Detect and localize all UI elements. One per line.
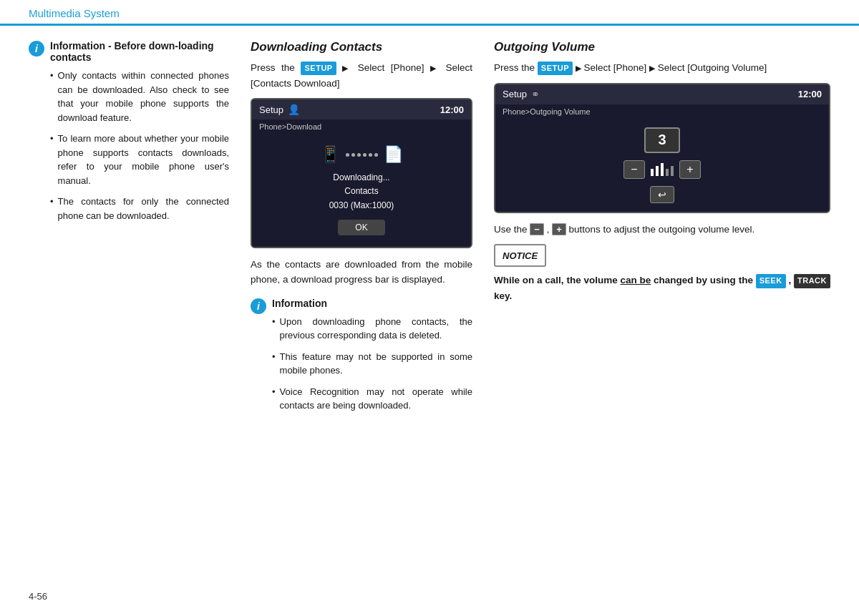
outgoing-volume-heading: Outgoing Volume (494, 40, 830, 54)
track-key-badge: TRACK (794, 274, 830, 288)
press-text2: Press the (494, 62, 535, 73)
key-text: ▶ (342, 62, 351, 73)
download-screen: Setup 👤 12:00 Phone>Download 📱 📄 Downloa… (251, 98, 472, 248)
notice-box: NOTICE (494, 244, 546, 267)
screen-time: 12:00 (440, 104, 464, 115)
select-phone: Select [Phone] (358, 62, 424, 73)
middle-column: Downloading Contacts Press the SETUP ▶ S… (251, 40, 472, 426)
page-header: Multimedia System (0, 0, 859, 26)
volume-bar (651, 163, 674, 176)
notice-text: While on a call, the volume can be chang… (494, 273, 830, 303)
screen-header: Setup 👤 12:00 (252, 99, 471, 119)
phone-icon: 📱 (321, 145, 340, 164)
info2-icon: i (251, 298, 266, 314)
use-description: Use the − , + buttons to adjust the outg… (494, 222, 830, 238)
back-button[interactable]: ↩ (650, 186, 674, 203)
person-icon: 👤 (288, 104, 300, 115)
page-number: 4-56 (29, 591, 47, 602)
info2-title: Information (272, 298, 327, 309)
plus-inline-badge: + (552, 223, 566, 235)
bluetooth-icon: ⚭ (531, 89, 540, 100)
notice-label: NOTICE (503, 250, 538, 261)
downloading-contacts-heading: Downloading Contacts (251, 40, 472, 54)
setup-key-badge: SETUP (301, 62, 336, 76)
volume-controls: − + (503, 160, 822, 179)
screen-subtitle: Phone>Download (252, 119, 471, 134)
ok-button[interactable]: OK (338, 220, 384, 235)
select-outgoing: Select [Outgoing Volume] (658, 62, 767, 73)
screen-time2: 12:00 (798, 89, 822, 99)
screen-body: 📱 📄 Downloading... Contacts 0030 (Max:10… (252, 134, 471, 247)
main-content: i Information - Before down-loading cont… (0, 26, 859, 440)
list-item: The contacts for only the connected phon… (50, 195, 229, 223)
plus-button[interactable]: + (679, 160, 701, 179)
volume-screen-body: 3 − + ↩ (495, 119, 829, 212)
screen-header2: Setup ⚭ 12:00 (495, 84, 829, 104)
screen-subtitle2: Phone>Outgoing Volume (495, 104, 829, 119)
setup-key-badge2: SETUP (538, 62, 573, 76)
list-item: Only contacts within connected phones ca… (50, 69, 229, 124)
key-text2: ▶ (576, 62, 581, 73)
press-text: Press the (251, 62, 295, 73)
dots-icon (346, 153, 378, 157)
download-instruction: Press the SETUP ▶ Select [Phone] ▶ Selec… (251, 60, 472, 91)
notice-section: NOTICE While on a call, the volume can b… (494, 244, 830, 303)
header-title: Multimedia System (29, 7, 120, 19)
download-icons: 📱 📄 (321, 145, 403, 164)
info-icon: i (29, 41, 44, 57)
list-item: Voice Recognition may not operate while … (272, 385, 472, 413)
outgoing-instruction: Press the SETUP ▶ Select [Phone] ▶ Selec… (494, 60, 830, 76)
info-box: i Information - Before down-loading cont… (29, 40, 229, 230)
seek-key-badge: SEEK (756, 274, 786, 288)
download-text: Downloading... Contacts 0030 (Max:1000) (329, 171, 394, 212)
info-box-title: Information - Before down-loading contac… (50, 40, 214, 63)
list-item: This feature may not be supported in som… (272, 350, 472, 378)
left-column: i Information - Before down-loading cont… (29, 40, 229, 426)
minus-button[interactable]: − (623, 160, 645, 179)
list-item: Upon downloading phone contacts, the pre… (272, 315, 472, 343)
select-phone2: Select [Phone] (584, 62, 647, 73)
minus-inline-badge: − (530, 223, 544, 235)
download-description: As the contacts are downloaded from the … (251, 257, 472, 288)
info-sub-box: i Information Upon downloading phone con… (251, 298, 472, 420)
info2-bullet-list: Upon downloading phone contacts, the pre… (272, 315, 472, 413)
volume-display: 3 (644, 127, 680, 153)
list-item: To learn more about whether your mobile … (50, 132, 229, 187)
screen-title: Setup (259, 104, 283, 115)
screen-title2: Setup (503, 89, 527, 99)
file-icon: 📄 (384, 145, 403, 164)
volume-screen: Setup ⚭ 12:00 Phone>Outgoing Volume 3 − (494, 83, 830, 213)
right-column: Outgoing Volume Press the SETUP ▶ Select… (494, 40, 830, 426)
info-bullet-list: Only contacts within connected phones ca… (50, 69, 229, 223)
